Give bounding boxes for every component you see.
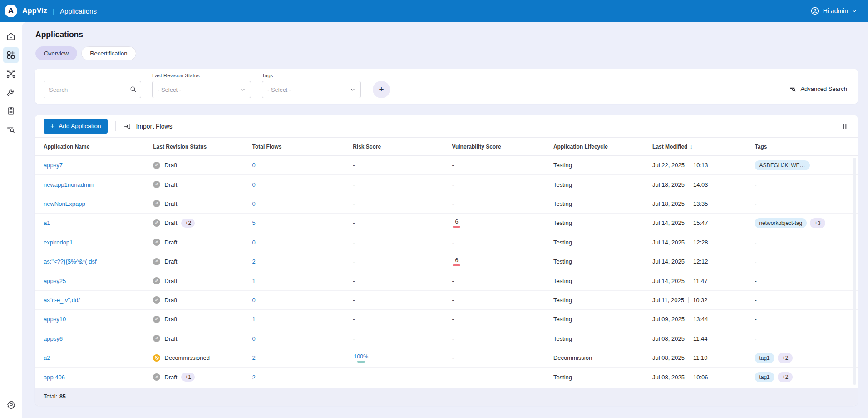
cell-last-modified: Jul 08, 202510:06 [652, 374, 755, 381]
sidebar-item-flows[interactable] [3, 65, 19, 82]
search-input[interactable] [44, 81, 141, 98]
application-name-link[interactable]: newNonExpapp [44, 200, 85, 207]
total-flows-link[interactable]: 0 [252, 239, 255, 246]
sidebar-item-settings[interactable] [3, 396, 19, 413]
tags-select[interactable]: - Select - [262, 81, 361, 98]
cell-total-flows: 0 [252, 181, 353, 188]
application-name-link[interactable]: expiredop1 [44, 239, 73, 246]
total-flows-link[interactable]: 0 [252, 181, 255, 188]
more-tags-badge[interactable]: +2 [778, 353, 793, 363]
column-header-last-modified[interactable]: Last Modified↓ [652, 144, 755, 150]
add-application-button[interactable]: + Add Application [44, 119, 108, 134]
table-row: app 406Draft+12--TestingJul 08, 202510:0… [35, 368, 858, 387]
sidebar-item-discovery[interactable] [3, 121, 19, 138]
cell-vuln: - [452, 335, 553, 342]
sort-descending-icon[interactable]: ↓ [690, 144, 692, 150]
more-tags-badge[interactable]: +3 [810, 218, 825, 228]
more-tags-badge[interactable]: +2 [778, 372, 793, 382]
column-header-last-revision-status[interactable]: Last Revision Status [153, 144, 252, 150]
total-flows-link[interactable]: 1 [252, 278, 255, 284]
add-filter-button[interactable]: + [373, 81, 390, 98]
status-more-badge[interactable]: +2 [181, 219, 195, 228]
total-flows-link[interactable]: 0 [252, 200, 255, 207]
risk-value[interactable]: 100% [354, 353, 368, 360]
date-time-divider [689, 336, 689, 342]
vuln-empty-value: - [452, 374, 454, 381]
column-header-application-lifecycle[interactable]: Application Lifecycle [553, 144, 652, 150]
total-flows-link[interactable]: 1 [252, 316, 255, 323]
status-label: Draft [164, 162, 177, 169]
risk-empty-value: - [353, 219, 355, 226]
total-flows-link[interactable]: 0 [252, 335, 255, 342]
application-name-link[interactable]: appsy25 [44, 278, 66, 284]
date-time-divider [689, 259, 689, 264]
column-header-vulnerability-score[interactable]: Vulnerability Score [452, 144, 553, 150]
vertical-scrollbar[interactable] [853, 158, 856, 385]
cell-total-flows: 0 [252, 239, 353, 246]
total-flows-link[interactable]: 2 [252, 354, 255, 361]
tag-pill[interactable]: tag1 [755, 372, 774, 382]
import-icon [123, 122, 132, 130]
column-header-tags[interactable]: Tags [755, 144, 849, 150]
sidebar-item-applications[interactable] [3, 47, 19, 63]
column-settings-icon[interactable] [842, 123, 849, 130]
modified-date: Jul 08, 2025 [652, 354, 685, 361]
sidebar-item-home[interactable] [3, 28, 19, 45]
vuln-severity-bar [453, 264, 460, 266]
application-name-link[interactable]: as`c-e_,v",dd/ [44, 297, 80, 304]
user-menu[interactable]: Hi admin [810, 6, 857, 15]
cell-last-revision-status: Draft [153, 296, 252, 304]
tag-pill[interactable]: tag1 [755, 353, 774, 363]
column-header-risk-score[interactable]: Risk Score [353, 144, 452, 150]
tag-pill[interactable]: networkobject-tag [755, 218, 807, 228]
cell-total-flows: 0 [252, 200, 353, 207]
appviz-logo-icon: A [5, 5, 17, 17]
total-flows-link[interactable]: 2 [252, 258, 255, 265]
application-name-link[interactable]: a2 [44, 354, 50, 361]
total-flows-link[interactable]: 0 [252, 162, 255, 169]
status-more-badge[interactable]: +1 [181, 373, 195, 382]
column-header-total-flows[interactable]: Total Flows [252, 144, 353, 150]
date-time-divider [689, 278, 689, 284]
application-name-link[interactable]: newapp1nonadmin [44, 181, 94, 188]
advanced-search-button[interactable]: Advanced Search [789, 85, 847, 93]
application-name-link[interactable]: appsy7 [44, 162, 63, 169]
import-flows-button[interactable]: Import Flows [123, 122, 172, 130]
column-header-application-name[interactable]: Application Name [44, 144, 153, 150]
sidebar-item-tools[interactable] [3, 84, 19, 100]
modified-date: Jul 08, 2025 [652, 335, 685, 342]
cell-last-revision-status: Draft+1 [153, 373, 252, 382]
application-name-link[interactable]: a1 [44, 219, 50, 226]
status-draft-icon [153, 181, 160, 188]
status-draft-icon [153, 239, 160, 246]
cell-vuln: - [452, 297, 553, 304]
modified-time: 10:32 [693, 297, 708, 304]
vuln-value[interactable]: 6 [455, 219, 458, 225]
filter-bar: Last Revision Status - Select - Tags - S… [35, 69, 858, 104]
cell-total-flows: 1 [252, 278, 353, 284]
vuln-empty-value: - [452, 297, 454, 304]
application-name-link[interactable]: as:"<??}{$%^&*( dsf [44, 258, 97, 265]
application-name-link[interactable]: appsy10 [44, 316, 66, 323]
total-flows-link[interactable]: 0 [252, 297, 255, 304]
last-revision-status-select[interactable]: - Select - [152, 81, 251, 98]
status-draft-icon [153, 162, 160, 169]
cell-tags: ASDFGHJKLWERT… [755, 160, 849, 170]
user-greeting: Hi admin [823, 7, 848, 15]
modified-date: Jul 14, 2025 [652, 219, 685, 226]
cell-vuln: - [452, 162, 553, 169]
cell-total-flows: 5 [252, 219, 353, 226]
application-name-link[interactable]: appsy6 [44, 335, 63, 342]
total-flows-link[interactable]: 5 [252, 219, 255, 226]
cell-tags: - [755, 239, 849, 246]
application-name-link[interactable]: app 406 [44, 374, 65, 381]
tags-empty-value: - [755, 297, 756, 304]
tab-overview[interactable]: Overview [35, 46, 77, 60]
total-flows-link[interactable]: 2 [252, 374, 255, 381]
table-row: appsy25Draft1--TestingJul 14, 202511:47- [35, 271, 858, 290]
status-label: Draft [164, 316, 177, 323]
tag-pill[interactable]: ASDFGHJKLWERT… [755, 160, 810, 170]
vuln-value[interactable]: 6 [455, 257, 458, 264]
sidebar-item-reports[interactable] [3, 103, 19, 119]
tab-recertification[interactable]: Recertification [81, 46, 136, 60]
